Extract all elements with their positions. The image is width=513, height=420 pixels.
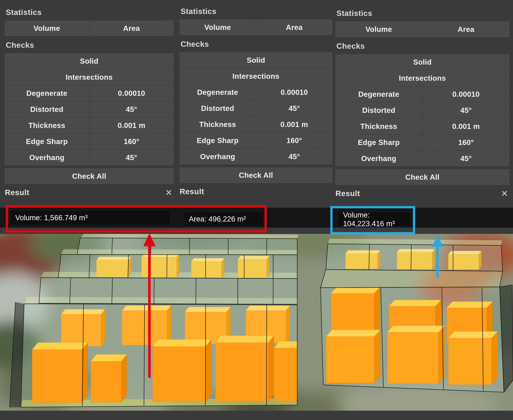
statistics-heading: Statistics bbox=[336, 9, 508, 18]
check-row: Distorted 45° bbox=[180, 101, 332, 116]
statistics-heading: Statistics bbox=[6, 8, 172, 17]
result-value-volume-2: Volume: 104,223.416 m³ bbox=[337, 212, 412, 227]
distorted-value-field[interactable]: 45° bbox=[256, 101, 332, 116]
check-row: Thickness 0.001 m bbox=[5, 118, 173, 133]
bottom-bar bbox=[0, 411, 513, 420]
check-row: Thickness 0.001 m bbox=[335, 119, 509, 134]
result-heading: Result bbox=[335, 189, 360, 198]
checks-table: Solid Intersections Degenerate 0.00010 D… bbox=[180, 52, 332, 183]
intersections-check-button[interactable]: Intersections bbox=[5, 69, 173, 85]
degenerate-value-field[interactable]: 0.00010 bbox=[89, 85, 173, 101]
result-text: Volume: 1,566.749 m³ bbox=[15, 213, 88, 222]
volume-area-tabs: Volume Area bbox=[180, 20, 332, 35]
intersections-check-button[interactable]: Intersections bbox=[335, 70, 509, 86]
result-heading: Result bbox=[5, 188, 30, 197]
check-all-button[interactable]: Check All bbox=[180, 167, 332, 183]
check-row: Degenerate 0.00010 bbox=[335, 86, 509, 102]
result-text: Area: 496.226 m² bbox=[189, 215, 246, 223]
distorted-check-button[interactable]: Distorted bbox=[180, 101, 256, 116]
thickness-check-button[interactable]: Thickness bbox=[335, 119, 422, 134]
check-row: Degenerate 0.00010 bbox=[5, 85, 173, 101]
overhang-value-field[interactable]: 45° bbox=[89, 150, 173, 165]
volume-area-tabs: Volume Area bbox=[335, 22, 509, 37]
distorted-value-field[interactable]: 45° bbox=[423, 103, 509, 118]
edge-sharp-value-field[interactable]: 160° bbox=[89, 134, 173, 149]
result-header: Result bbox=[180, 187, 332, 196]
statistics-panel-2: Statistics Volume Area Checks Solid Inte… bbox=[180, 2, 332, 196]
result-value-volume-1: Volume: 1,566.749 m³ bbox=[10, 210, 170, 225]
result-heading: Result bbox=[180, 187, 204, 196]
thickness-value-field[interactable]: 0.001 m bbox=[423, 119, 509, 134]
intersections-check-button[interactable]: Intersections bbox=[180, 68, 332, 84]
degenerate-check-button[interactable]: Degenerate bbox=[180, 84, 256, 100]
check-row: Thickness 0.001 m bbox=[180, 117, 332, 132]
statistics-panel-3: Statistics Volume Area Checks Solid Inte… bbox=[335, 4, 509, 198]
result-header: Result ✕ bbox=[5, 188, 173, 197]
check-row: Distorted 45° bbox=[5, 102, 173, 117]
overhang-value-field[interactable]: 45° bbox=[256, 149, 332, 164]
check-row: Overhang 45° bbox=[5, 150, 173, 165]
thickness-check-button[interactable]: Thickness bbox=[5, 118, 89, 133]
solid-check-button[interactable]: Solid bbox=[5, 53, 173, 69]
area-button[interactable]: Area bbox=[256, 20, 332, 35]
edge-sharp-check-button[interactable]: Edge Sharp bbox=[180, 133, 256, 148]
edge-sharp-value-field[interactable]: 160° bbox=[423, 135, 509, 150]
check-row: Overhang 45° bbox=[335, 151, 509, 166]
check-row: Edge Sharp 160° bbox=[180, 133, 332, 148]
degenerate-check-button[interactable]: Degenerate bbox=[5, 85, 89, 101]
close-icon[interactable]: ✕ bbox=[165, 188, 172, 197]
edge-sharp-check-button[interactable]: Edge Sharp bbox=[5, 134, 89, 149]
overhang-check-button[interactable]: Overhang bbox=[180, 149, 256, 164]
area-button[interactable]: Area bbox=[89, 21, 173, 36]
degenerate-check-button[interactable]: Degenerate bbox=[335, 86, 422, 102]
edge-sharp-value-field[interactable]: 160° bbox=[256, 133, 332, 148]
distorted-check-button[interactable]: Distorted bbox=[5, 102, 89, 117]
statistics-heading: Statistics bbox=[181, 7, 331, 16]
volume-button[interactable]: Volume bbox=[335, 22, 422, 37]
checks-table: Solid Intersections Degenerate 0.00010 D… bbox=[335, 54, 509, 185]
solid-check-button[interactable]: Solid bbox=[180, 52, 332, 68]
close-icon[interactable]: ✕ bbox=[501, 189, 508, 198]
volume-area-tabs: Volume Area bbox=[5, 21, 173, 36]
checks-heading: Checks bbox=[6, 40, 172, 50]
result-value-area: Area: 496.226 m² bbox=[183, 211, 263, 226]
thickness-value-field[interactable]: 0.001 m bbox=[89, 118, 173, 133]
degenerate-value-field[interactable]: 0.00010 bbox=[256, 84, 332, 100]
result-text: Volume: 104,223.416 m³ bbox=[343, 210, 406, 228]
edge-sharp-check-button[interactable]: Edge Sharp bbox=[335, 135, 422, 150]
check-row: Degenerate 0.00010 bbox=[180, 84, 332, 100]
checks-heading: Checks bbox=[336, 41, 508, 51]
solid-check-button[interactable]: Solid bbox=[335, 54, 509, 70]
area-button[interactable]: Area bbox=[423, 22, 509, 37]
app-window: Statistics Volume Area Checks Solid Inte… bbox=[0, 0, 513, 420]
distorted-value-field[interactable]: 45° bbox=[89, 102, 173, 117]
overhang-check-button[interactable]: Overhang bbox=[335, 151, 422, 166]
volume-button[interactable]: Volume bbox=[5, 21, 89, 36]
check-all-button[interactable]: Check All bbox=[335, 169, 509, 185]
checks-heading: Checks bbox=[181, 39, 331, 49]
check-row: Edge Sharp 160° bbox=[335, 135, 509, 150]
result-header: Result ✕ bbox=[335, 189, 509, 198]
check-row: Overhang 45° bbox=[180, 149, 332, 164]
check-all-button[interactable]: Check All bbox=[5, 168, 173, 184]
degenerate-value-field[interactable]: 0.00010 bbox=[423, 86, 509, 102]
overhang-value-field[interactable]: 45° bbox=[423, 151, 509, 166]
3d-viewport[interactable] bbox=[0, 234, 513, 411]
check-row: Edge Sharp 160° bbox=[5, 134, 173, 149]
checks-table: Solid Intersections Degenerate 0.00010 D… bbox=[5, 53, 173, 184]
volume-button[interactable]: Volume bbox=[180, 20, 256, 35]
distorted-check-button[interactable]: Distorted bbox=[335, 103, 422, 118]
thickness-value-field[interactable]: 0.001 m bbox=[256, 117, 332, 132]
overhang-check-button[interactable]: Overhang bbox=[5, 150, 89, 165]
thickness-check-button[interactable]: Thickness bbox=[180, 117, 256, 132]
statistics-panel-1: Statistics Volume Area Checks Solid Inte… bbox=[5, 3, 173, 197]
check-row: Distorted 45° bbox=[335, 103, 509, 118]
